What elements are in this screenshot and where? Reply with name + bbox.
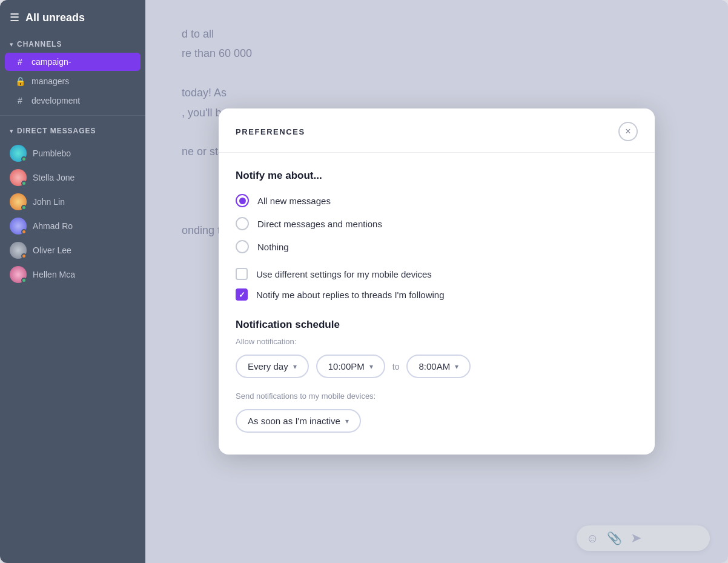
schedule-from-value: 10:00PM (328, 361, 365, 371)
sidebar-item-text: development (31, 96, 80, 105)
schedule-to-dropdown[interactable]: 8:00AM ▾ (406, 355, 471, 378)
radio-label: All new messages (257, 196, 331, 206)
modal-title: PREFERENCES (236, 127, 305, 136)
app-container: ☰ All unreads ▾ CHANNELS # campaign- 🔒 m… (0, 0, 728, 563)
checkbox-label: Use different settings for my mobile dev… (256, 269, 432, 279)
checkmark-icon: ✓ (239, 290, 245, 299)
schedule-title: Notification schedule (236, 319, 638, 331)
dm-avatar (10, 193, 27, 210)
mobile-timing-value: As soon as I'm inactive (248, 416, 340, 426)
dm-item-hellen[interactable]: Hellen Mca (0, 262, 145, 287)
radio-circle-checked (236, 194, 249, 207)
sidebar-header: ☰ All unreads (0, 0, 145, 34)
dm-section-header: ▾ DIRECT MESSAGES (0, 121, 145, 139)
dm-name: John Lin (33, 197, 65, 207)
checkbox-item-mobile[interactable]: Use different settings for my mobile dev… (236, 268, 638, 280)
sidebar-item-text: managers (31, 76, 69, 86)
schedule-from-dropdown[interactable]: 10:00PM ▾ (316, 355, 385, 378)
dm-list: Pumblebo Stella Jone John Lin (0, 141, 145, 287)
hamburger-icon[interactable]: ☰ (10, 11, 19, 24)
radio-item-all-messages[interactable]: All new messages (236, 194, 638, 207)
main-content: d to all re than 60 000 today! As , you'… (145, 0, 728, 563)
dm-item-stella[interactable]: Stella Jone (0, 165, 145, 190)
hash-icon: # (15, 57, 25, 67)
dm-avatar (10, 145, 27, 162)
modal-overlay: PREFERENCES × Notify me about... All new… (145, 0, 728, 563)
dm-chevron-icon[interactable]: ▾ (10, 127, 13, 135)
dropdown-arrow-icon: ▾ (369, 362, 373, 371)
status-dot (21, 205, 27, 210)
schedule-day-value: Every day (248, 361, 288, 371)
dm-item-pumble[interactable]: Pumblebo (0, 141, 145, 165)
radio-label: Nothing (257, 242, 289, 252)
dropdown-arrow-icon: ▾ (455, 362, 458, 371)
dm-avatar (10, 266, 27, 283)
channels-label: CHANNELS (17, 40, 62, 48)
dropdown-arrow-icon: ▾ (293, 362, 297, 371)
dm-item-oliver[interactable]: Oliver Lee (0, 238, 145, 262)
to-label: to (392, 362, 400, 371)
dm-name: Hellen Mca (33, 270, 75, 279)
radio-label: Direct messages and mentions (257, 219, 382, 229)
sidebar: ☰ All unreads ▾ CHANNELS # campaign- 🔒 m… (0, 0, 145, 563)
checkbox-group: Use different settings for my mobile dev… (236, 268, 638, 301)
channels-chevron-icon[interactable]: ▾ (10, 41, 13, 48)
status-dot (21, 181, 27, 186)
radio-item-nothing[interactable]: Nothing (236, 240, 638, 253)
dropdown-arrow-icon: ▾ (345, 417, 349, 425)
allow-notification-label: Allow notification: (236, 337, 638, 346)
modal-body: Notify me about... All new messages Dire… (219, 153, 655, 455)
status-dot (21, 253, 27, 259)
checkbox-item-threads[interactable]: ✓ Notify me about replies to threads I'm… (236, 288, 638, 301)
dm-avatar (10, 169, 27, 186)
dm-avatar (10, 242, 27, 259)
radio-circle-unchecked (236, 217, 249, 230)
radio-circle-unchecked (236, 240, 249, 253)
dm-name: Stella Jone (33, 173, 74, 182)
status-dot (21, 156, 27, 162)
sidebar-title: All unreads (25, 12, 85, 24)
channels-section-header: ▾ CHANNELS (0, 34, 145, 52)
checkbox-checked: ✓ (236, 288, 248, 301)
checkbox-unchecked (236, 268, 248, 280)
schedule-to-value: 8:00AM (419, 361, 450, 371)
schedule-day-dropdown[interactable]: Every day ▾ (236, 355, 309, 378)
dm-label: DIRECT MESSAGES (17, 127, 96, 135)
dm-item-john[interactable]: John Lin (0, 190, 145, 214)
radio-item-dm-mentions[interactable]: Direct messages and mentions (236, 217, 638, 230)
notify-section-title: Notify me about... (236, 170, 638, 182)
sidebar-item-development[interactable]: # development (5, 92, 141, 110)
mobile-send-label: Send notifications to my mobile devices: (236, 391, 638, 401)
modal-header: PREFERENCES × (219, 108, 655, 153)
status-dot (21, 278, 27, 283)
sidebar-item-campaign[interactable]: # campaign- (5, 53, 141, 71)
radio-group: All new messages Direct messages and men… (236, 194, 638, 253)
dm-item-ahmad[interactable]: Ahmad Ro (0, 214, 145, 238)
lock-icon: 🔒 (15, 76, 25, 86)
dm-name: Ahmad Ro (33, 221, 73, 231)
sidebar-item-managers[interactable]: 🔒 managers (5, 72, 141, 90)
sidebar-item-text: campaign- (31, 57, 71, 67)
dm-name: Pumblebo (33, 148, 71, 158)
schedule-row: Every day ▾ 10:00PM ▾ to 8:00AM ▾ (236, 355, 638, 378)
dm-avatar (10, 218, 27, 235)
hash-icon: # (15, 96, 25, 105)
radio-inner (239, 198, 246, 204)
mobile-timing-dropdown[interactable]: As soon as I'm inactive ▾ (236, 409, 361, 433)
dm-name: Oliver Lee (33, 245, 71, 255)
close-button[interactable]: × (618, 122, 638, 141)
sidebar-divider (0, 115, 145, 116)
status-dot (21, 229, 27, 235)
preferences-modal: PREFERENCES × Notify me about... All new… (219, 108, 655, 455)
checkbox-label: Notify me about replies to threads I'm f… (256, 290, 445, 300)
